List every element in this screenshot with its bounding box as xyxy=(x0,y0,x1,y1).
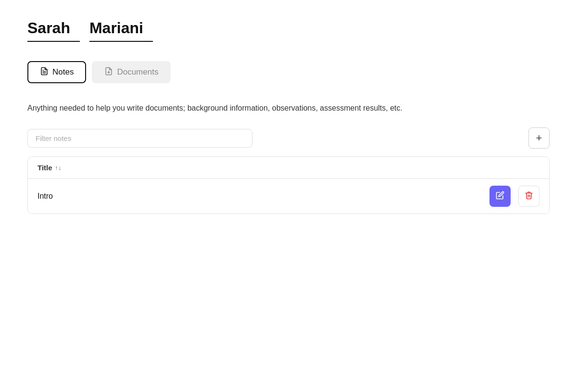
add-note-button[interactable]: + xyxy=(528,127,550,149)
tab-notes-label: Notes xyxy=(52,67,74,77)
table-header: Title ↑↓ xyxy=(28,157,549,179)
title-column-header: Title ↑↓ xyxy=(38,164,539,172)
add-icon: + xyxy=(536,132,542,144)
delete-icon xyxy=(525,191,533,202)
edit-icon xyxy=(496,191,504,202)
tab-row: Notes Documents xyxy=(27,61,550,83)
sort-icon[interactable]: ↑↓ xyxy=(55,164,62,171)
notes-tab-icon xyxy=(40,67,49,77)
description-text: Anything needed to help you write docume… xyxy=(27,102,550,114)
filter-notes-input[interactable] xyxy=(27,129,252,148)
filter-row: + xyxy=(27,127,550,149)
row-title: Intro xyxy=(38,192,489,201)
last-name: Mariani xyxy=(89,19,153,42)
header-names: Sarah Mariani xyxy=(27,19,550,42)
tab-documents[interactable]: Documents xyxy=(92,61,171,83)
notes-table: Title ↑↓ Intro xyxy=(27,156,550,214)
tab-documents-label: Documents xyxy=(117,67,158,77)
tab-notes[interactable]: Notes xyxy=(27,61,86,83)
row-actions xyxy=(489,186,539,207)
table-row: Intro xyxy=(28,179,549,214)
first-name: Sarah xyxy=(27,19,80,42)
delete-note-button[interactable] xyxy=(518,186,539,207)
documents-tab-icon xyxy=(104,67,113,77)
edit-note-button[interactable] xyxy=(489,186,511,207)
